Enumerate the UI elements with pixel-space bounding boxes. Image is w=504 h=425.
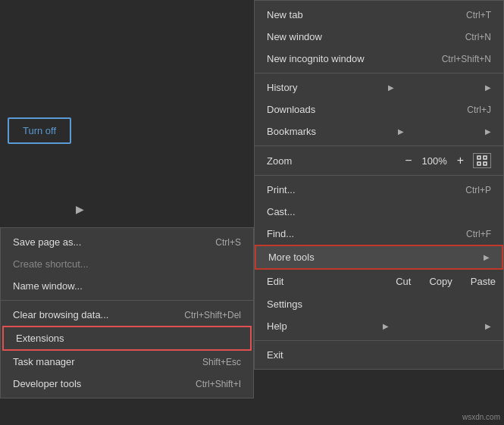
cast-label: Cast... <box>267 206 296 217</box>
new-window-shortcut: Ctrl+N <box>465 32 491 42</box>
cut-button[interactable]: Cut <box>388 273 418 290</box>
new-tab-label: New tab <box>267 9 303 20</box>
save-page-label: Save page as... <box>13 236 81 248</box>
more-tools-chevron: ▶ <box>484 253 490 261</box>
clear-browsing-label: Clear browsing data... <box>13 309 108 320</box>
zoom-row: Zoom − 100% + <box>255 149 503 172</box>
exit-item[interactable]: Exit <box>255 344 503 366</box>
task-manager-label: Task manager <box>13 356 75 367</box>
svg-rect-0 <box>477 156 481 159</box>
history-chevron: ▶ <box>388 83 394 92</box>
svg-rect-2 <box>477 162 481 165</box>
watermark: wsxdn.com <box>462 413 500 421</box>
zoom-label: Zoom <box>267 155 402 167</box>
history-label: History <box>267 82 297 93</box>
edit-label: Edit <box>255 276 283 287</box>
cast-item[interactable]: Cast... <box>255 201 503 223</box>
task-manager-shortcut: Shift+Esc <box>202 357 241 367</box>
find-shortcut: Ctrl+F <box>466 229 491 239</box>
help-label: Help <box>267 320 287 332</box>
create-shortcut-item[interactable]: Create shortcut... <box>1 253 253 275</box>
new-window-label: New window <box>267 31 322 42</box>
separator-1 <box>1 300 253 301</box>
zoom-minus-button[interactable]: − <box>402 154 415 167</box>
developer-tools-shortcut: Ctrl+Shift+I <box>196 379 241 389</box>
settings-label: Settings <box>267 298 302 310</box>
fullscreen-icon <box>477 155 487 166</box>
name-window-label: Name window... <box>13 280 83 292</box>
bookmarks-label: Bookmarks <box>267 126 316 137</box>
zoom-plus-button[interactable]: + <box>454 154 467 167</box>
paste-button[interactable]: Paste <box>463 273 503 290</box>
new-tab-shortcut: Ctrl+T <box>466 10 491 20</box>
print-label: Print... <box>267 184 296 195</box>
left-context-menu: Save page as... Ctrl+S Create shortcut..… <box>0 227 254 398</box>
extensions-item[interactable]: Extensions <box>2 326 252 351</box>
help-chevron: ▶ <box>383 322 389 330</box>
new-window-item[interactable]: New window Ctrl+N <box>255 26 503 48</box>
separator-r1 <box>255 73 503 73</box>
developer-tools-item[interactable]: Developer tools Ctrl+Shift+I <box>1 373 253 395</box>
clear-browsing-item[interactable]: Clear browsing data... Ctrl+Shift+Del <box>1 304 253 326</box>
svg-rect-3 <box>484 162 487 165</box>
zoom-controls: − 100% + <box>402 153 491 168</box>
find-label: Find... <box>267 228 294 239</box>
downloads-label: Downloads <box>267 104 315 115</box>
create-shortcut-label: Create shortcut... <box>13 258 89 270</box>
fullscreen-button[interactable] <box>473 153 491 168</box>
print-item[interactable]: Print... Ctrl+P <box>255 179 503 201</box>
bookmarks-chevron: ▶ <box>398 127 404 136</box>
turn-off-button[interactable]: Turn off <box>8 117 71 144</box>
separator-r2 <box>255 145 503 146</box>
more-tools-label: More tools <box>268 252 315 263</box>
downloads-item[interactable]: Downloads Ctrl+J <box>255 98 503 120</box>
more-tools-item[interactable]: More tools ▶ <box>255 245 503 270</box>
new-tab-item[interactable]: New tab Ctrl+T <box>255 4 503 26</box>
separator-r3 <box>255 175 503 176</box>
clear-browsing-shortcut: Ctrl+Shift+Del <box>184 310 241 320</box>
arrow-indicator: ▶ <box>76 203 84 215</box>
developer-tools-label: Developer tools <box>13 378 81 389</box>
separator-r4 <box>255 340 503 341</box>
new-incognito-shortcut: Ctrl+Shift+N <box>442 54 491 64</box>
find-item[interactable]: Find... Ctrl+F <box>255 223 503 245</box>
print-shortcut: Ctrl+P <box>465 185 491 195</box>
save-page-item[interactable]: Save page as... Ctrl+S <box>1 231 253 253</box>
turn-off-area: Turn off <box>8 117 71 144</box>
left-panel: Turn off ▶ Save page as... Ctrl+S Create… <box>0 0 254 425</box>
extensions-label: Extensions <box>16 333 64 344</box>
edit-actions: Cut Copy Paste <box>388 273 503 290</box>
right-context-menu: New tab Ctrl+T New window Ctrl+N New inc… <box>254 0 504 370</box>
name-window-item[interactable]: Name window... <box>1 275 253 297</box>
downloads-shortcut: Ctrl+J <box>467 105 491 115</box>
help-item[interactable]: Help ▶ <box>255 315 503 337</box>
exit-label: Exit <box>267 349 283 361</box>
edit-row: Edit Cut Copy Paste <box>255 270 503 293</box>
copy-button[interactable]: Copy <box>421 273 459 290</box>
settings-item[interactable]: Settings <box>255 293 503 315</box>
new-incognito-item[interactable]: New incognito window Ctrl+Shift+N <box>255 48 503 70</box>
svg-rect-1 <box>484 156 487 159</box>
history-item[interactable]: History ▶ <box>255 77 503 98</box>
save-page-shortcut: Ctrl+S <box>215 237 241 248</box>
task-manager-item[interactable]: Task manager Shift+Esc <box>1 351 253 373</box>
new-incognito-label: New incognito window <box>267 53 365 64</box>
zoom-value: 100% <box>421 155 448 167</box>
bookmarks-item[interactable]: Bookmarks ▶ <box>255 120 503 142</box>
